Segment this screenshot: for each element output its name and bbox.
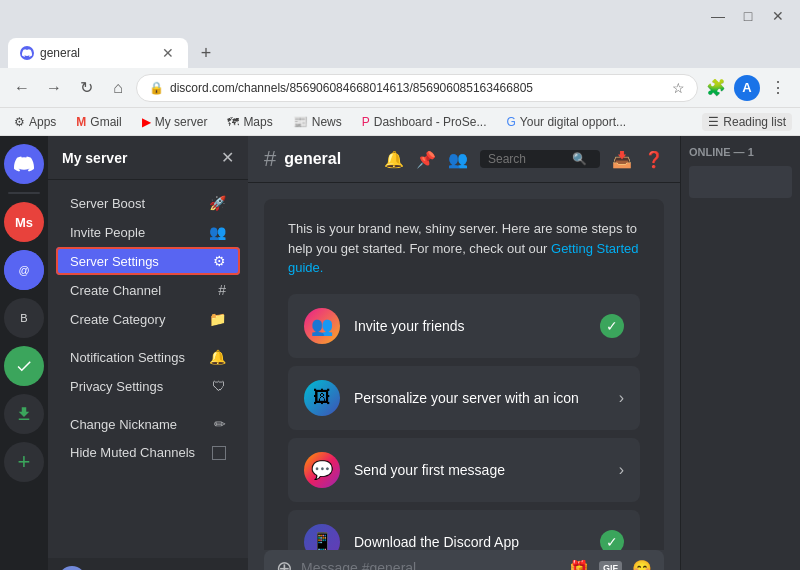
close-button[interactable]: ✕	[764, 6, 792, 26]
bookmark-youtube[interactable]: ▶ My server	[136, 113, 214, 131]
lock-icon: 🔒	[149, 81, 164, 95]
menu-item-privacy-settings[interactable]: Privacy Settings 🛡	[56, 372, 240, 400]
maps-icon: 🗺	[227, 115, 239, 129]
bookmark-maps[interactable]: 🗺 Maps	[221, 113, 278, 131]
youtube-icon: ▶	[142, 115, 151, 129]
tab-close-button[interactable]: ✕	[160, 45, 176, 61]
forward-button[interactable]: →	[40, 74, 68, 102]
add-attachment-icon[interactable]: ⊕	[276, 556, 293, 570]
menu-item-notification-settings[interactable]: Notification Settings 🔔	[56, 343, 240, 371]
maximize-button[interactable]: □	[734, 6, 762, 26]
header-icons: 🔔 📌 👥 🔍 📥 ❓	[384, 150, 664, 169]
invite-people-icon: 👥	[209, 224, 226, 240]
inbox-icon[interactable]: 📥	[612, 150, 632, 169]
gif-button[interactable]: GIF	[599, 561, 622, 570]
menu-item-invite-people[interactable]: Invite People 👥	[56, 218, 240, 246]
dashboard-icon: P	[362, 115, 370, 129]
add-server-button[interactable]: +	[4, 442, 44, 482]
task-message[interactable]: 💬 Send your first message ›	[288, 438, 640, 502]
extensions-button[interactable]: 🧩	[702, 74, 730, 102]
task-personalize-icon: 🖼	[304, 380, 340, 416]
search-input[interactable]	[488, 152, 568, 166]
hide-muted-label: Hide Muted Channels	[70, 445, 195, 460]
discord-home-button[interactable]	[4, 144, 44, 184]
menu-item-server-boost[interactable]: Server Boost 🚀	[56, 189, 240, 217]
server-avatar-2[interactable]: B	[4, 298, 44, 338]
address-bar[interactable]: 🔒 discord.com/channels/85690608466801461…	[136, 74, 698, 102]
gmail-icon: M	[76, 115, 86, 129]
back-button[interactable]: ←	[8, 74, 36, 102]
bookmark-news[interactable]: 📰 News	[287, 113, 348, 131]
chat-input-icons: 🎁 GIF 😊	[569, 559, 652, 571]
home-button[interactable]: ⌂	[104, 74, 132, 102]
reading-list-icon: ☰	[708, 115, 719, 129]
task-download-check: ✓	[600, 530, 624, 551]
welcome-box: This is your brand new, shiny server. He…	[264, 199, 664, 550]
bookmark-maps-label: Maps	[243, 115, 272, 129]
task-invite-check: ✓	[600, 314, 624, 338]
server-name: My server	[62, 150, 127, 166]
bookmark-news-label: News	[312, 115, 342, 129]
menu-item-change-nickname[interactable]: Change Nickname ✏	[56, 410, 240, 438]
emoji-icon[interactable]: 😊	[632, 559, 652, 571]
apps-icon: ⚙	[14, 115, 25, 129]
server-green[interactable]	[4, 346, 44, 386]
bookmark-dashboard[interactable]: P Dashboard - ProSe...	[356, 113, 493, 131]
task-download-icon: 📱	[304, 524, 340, 551]
sidebar-menu: Server Boost 🚀 Invite People 👥 Server Se…	[48, 180, 248, 558]
server-boost-icon: 🚀	[209, 195, 226, 211]
google-icon: G	[506, 115, 515, 129]
menu-item-server-settings[interactable]: Server Settings ⚙	[56, 247, 240, 275]
active-tab[interactable]: general ✕	[8, 38, 188, 68]
more-button[interactable]: ⋮	[764, 74, 792, 102]
menu-item-create-category[interactable]: Create Category 📁	[56, 305, 240, 333]
message-input[interactable]	[301, 560, 561, 570]
bell-icon[interactable]: 🔔	[384, 150, 404, 169]
server-ms[interactable]: Ms	[4, 202, 44, 242]
task-personalize-arrow: ›	[619, 389, 624, 407]
privacy-settings-icon: 🛡	[212, 378, 226, 394]
task-personalize-label: Personalize your server with an icon	[354, 390, 605, 406]
sidebar-close-icon[interactable]: ✕	[221, 148, 234, 167]
task-download[interactable]: 📱 Download the Discord App ✓	[288, 510, 640, 551]
notification-settings-icon: 🔔	[209, 349, 226, 365]
menu-item-create-channel[interactable]: Create Channel #	[56, 276, 240, 304]
notification-settings-label: Notification Settings	[70, 350, 185, 365]
reading-list-button[interactable]: ☰ Reading list	[702, 113, 792, 131]
task-message-label: Send your first message	[354, 462, 605, 478]
bookmark-star-icon[interactable]: ☆	[672, 80, 685, 96]
task-personalize[interactable]: 🖼 Personalize your server with an icon ›	[288, 366, 640, 430]
minimize-button[interactable]: —	[704, 6, 732, 26]
url-text: discord.com/channels/856906084668014613/…	[170, 81, 666, 95]
chat-input-area: ⊕ 🎁 GIF 😊	[264, 550, 664, 570]
create-category-label: Create Category	[70, 312, 165, 327]
bookmark-gmail[interactable]: M Gmail	[70, 113, 127, 131]
main-content: # general 🔔 📌 👥 🔍 📥 ❓ This is your brand…	[248, 136, 680, 570]
welcome-text: This is your brand new, shiny server. He…	[288, 219, 640, 278]
task-message-icon: 💬	[304, 452, 340, 488]
menu-item-hide-muted[interactable]: Hide Muted Channels	[56, 439, 240, 466]
bookmark-apps[interactable]: ⚙ Apps	[8, 113, 62, 131]
profile-button[interactable]: A	[734, 75, 760, 101]
server-avatar-1[interactable]: @	[4, 250, 44, 290]
gift-icon[interactable]: 🎁	[569, 559, 589, 571]
task-invite-label: Invite your friends	[354, 318, 586, 334]
channel-name: general	[284, 150, 341, 168]
task-invite[interactable]: 👥 Invite your friends ✓	[288, 294, 640, 358]
right-panel: ONLINE — 1	[680, 136, 800, 570]
bookmark-digital[interactable]: G Your digital opport...	[500, 113, 632, 131]
server-download[interactable]	[4, 394, 44, 434]
invite-people-label: Invite People	[70, 225, 145, 240]
server-settings-icon: ⚙	[213, 253, 226, 269]
reload-button[interactable]: ↻	[72, 74, 100, 102]
new-tab-button[interactable]: +	[192, 39, 220, 67]
members-icon[interactable]: 👥	[448, 150, 468, 169]
nav-right-controls: 🧩 A ⋮	[702, 74, 792, 102]
pin-icon[interactable]: 📌	[416, 150, 436, 169]
hide-muted-icon	[212, 446, 226, 460]
online-user-placeholder	[689, 166, 792, 198]
search-bar[interactable]: 🔍	[480, 150, 600, 168]
create-channel-icon: #	[218, 282, 226, 298]
server-header[interactable]: My server ✕	[48, 136, 248, 180]
help-icon[interactable]: ❓	[644, 150, 664, 169]
